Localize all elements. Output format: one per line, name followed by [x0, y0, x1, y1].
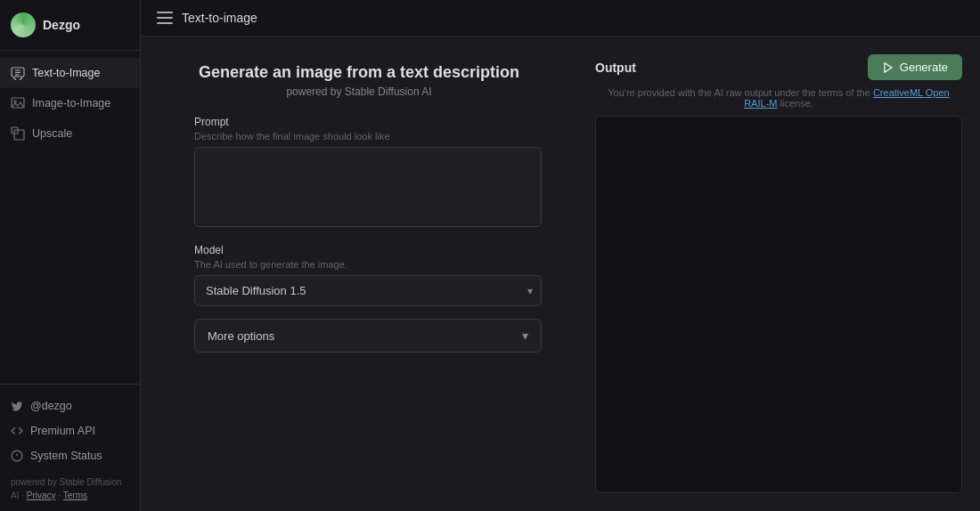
svg-rect-9 [14, 130, 24, 140]
sidebar-item-image-to-image[interactable]: Image-to-Image [0, 88, 140, 118]
terms-link[interactable]: Terms [63, 491, 87, 500]
form-section: Prompt Describe how the final image shou… [194, 116, 559, 353]
powered-by-text: powered by Stable Diffusion AI · Privacy… [11, 475, 129, 502]
sidebar-item-label-text-to-image: Text-to-Image [32, 67, 100, 79]
content-area: Generate an image from a text descriptio… [141, 36, 980, 511]
prompt-hint: Describe how the final image should look… [194, 131, 542, 142]
output-controls: Output Generate [595, 54, 962, 80]
model-label: Model [194, 244, 542, 256]
output-canvas [595, 116, 962, 493]
status-icon [11, 450, 23, 462]
sidebar-nav: Text-to-Image Image-to-Image Upscale [0, 51, 140, 384]
system-status-label: System Status [30, 450, 102, 462]
page-main-title: Generate an image from a text descriptio… [194, 63, 524, 82]
sidebar-premium-api-link[interactable]: Premium API [11, 418, 129, 443]
model-section: Model The AI used to generate the image.… [194, 244, 542, 306]
model-select[interactable]: Stable Diffusion 1.5 Stable Diffusion 2.… [194, 275, 542, 306]
sidebar-bottom: @dezgo Premium API System Status [0, 384, 140, 511]
svg-line-1 [13, 77, 16, 80]
page-title-section: Generate an image from a text descriptio… [194, 63, 559, 98]
sidebar-item-upscale[interactable]: Upscale [0, 118, 140, 149]
svg-point-7 [14, 101, 16, 102]
main-area: Text-to-image Generate an image from a t… [141, 0, 980, 511]
app-name: Dezgo [43, 18, 80, 32]
image-to-image-icon [11, 96, 25, 110]
svg-line-2 [20, 77, 22, 80]
model-hint: The AI used to generate the image. [194, 259, 542, 270]
privacy-link[interactable]: Privacy [27, 491, 56, 500]
prompt-input[interactable] [194, 147, 542, 227]
sidebar-item-label-upscale: Upscale [32, 127, 72, 140]
logo-icon [11, 12, 36, 37]
topbar: Text-to-image [141, 0, 980, 36]
right-panel: Output Generate You're provided with the… [577, 36, 980, 511]
left-panel: Generate an image from a text descriptio… [141, 36, 577, 511]
twitter-label: @dezgo [30, 400, 72, 412]
generate-label: Generate [900, 61, 948, 74]
sidebar-item-label-image-to-image: Image-to-Image [32, 97, 110, 110]
sidebar-item-text-to-image[interactable]: Text-to-Image [0, 58, 140, 88]
sidebar-system-status-link[interactable]: System Status [11, 443, 129, 468]
more-options-label: More options [208, 329, 274, 343]
output-title: Output [595, 61, 636, 75]
twitter-icon [11, 400, 23, 412]
prompt-label: Prompt [194, 116, 542, 128]
premium-api-label: Premium API [30, 425, 95, 437]
license-text: You're provided with the AI raw output u… [595, 87, 962, 109]
menu-button[interactable] [157, 12, 173, 24]
generate-button[interactable]: Generate [868, 54, 962, 80]
text-to-image-icon [11, 66, 25, 80]
more-options-toggle[interactable]: More options ▾ [194, 319, 542, 353]
generate-icon [882, 61, 894, 74]
sidebar-logo[interactable]: Dezgo [0, 0, 140, 51]
svg-marker-13 [885, 62, 892, 72]
more-options-chevron-icon: ▾ [522, 328, 528, 343]
model-select-wrapper: Stable Diffusion 1.5 Stable Diffusion 2.… [194, 275, 542, 306]
sidebar-twitter-link[interactable]: @dezgo [11, 393, 129, 418]
api-icon [11, 425, 23, 437]
topbar-title: Text-to-image [182, 11, 257, 25]
sidebar: Dezgo Text-to-Image [0, 0, 141, 511]
page-subtitle: powered by Stable Diffusion AI [194, 85, 524, 98]
upscale-icon [11, 126, 25, 141]
